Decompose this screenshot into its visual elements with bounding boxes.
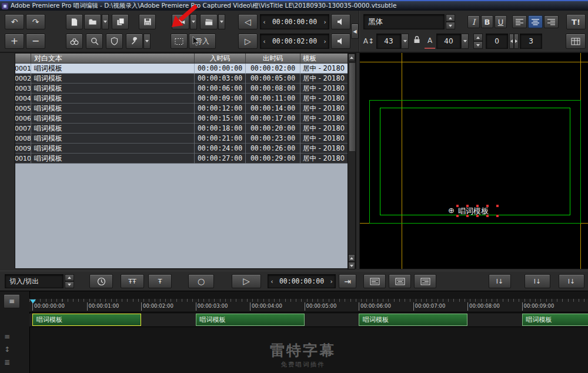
table-header-cell[interactable]: 入时码 bbox=[195, 54, 246, 64]
table-row[interactable]: 0007唱词模板00:00:18:0000:00:20:00居中 - 20180 bbox=[15, 124, 349, 134]
insert-down-button-3[interactable]: I↓ bbox=[559, 274, 584, 288]
table-row[interactable]: 0001唱词模板00:00:00:0000:00:02:00居中 - 20180 bbox=[15, 64, 349, 74]
preview-panel[interactable]: ⊕ 唱词模板 bbox=[360, 53, 588, 269]
export-button[interactable] bbox=[200, 14, 218, 29]
increment-icon[interactable]: › bbox=[321, 38, 329, 45]
lock-toggle[interactable] bbox=[413, 35, 423, 47]
apply-in-button[interactable] bbox=[331, 14, 350, 29]
selection-handle[interactable] bbox=[466, 215, 469, 217]
in-timecode-field[interactable]: ‹ 00:00:00:00 › bbox=[260, 14, 329, 29]
apply-out-button[interactable] bbox=[331, 34, 350, 49]
play-button[interactable]: ▷ bbox=[232, 274, 261, 288]
underline-button[interactable]: U bbox=[495, 15, 507, 28]
text-mode-single-button[interactable]: Ŧ bbox=[148, 274, 172, 288]
second-size-select[interactable]: 40 bbox=[436, 34, 461, 49]
text-mode-double-button[interactable]: ŦŦ bbox=[121, 274, 144, 288]
go-to-out-button[interactable]: ▷ bbox=[238, 34, 258, 49]
edit-mode-spinner[interactable] bbox=[65, 274, 74, 288]
track-height-icon[interactable]: ↕ bbox=[4, 345, 10, 354]
select-region-button[interactable] bbox=[171, 34, 188, 49]
align-center-button[interactable] bbox=[528, 15, 543, 28]
settings-dropdown[interactable] bbox=[143, 34, 151, 49]
font-family-spinner[interactable] bbox=[446, 14, 455, 29]
protect-button[interactable] bbox=[106, 34, 123, 49]
table-scrollbar[interactable] bbox=[348, 54, 355, 269]
timeline-panel[interactable]: ≡ ≡ ↕ ≣ 00:00:00:0000:00:01:0000:00:02:0… bbox=[0, 291, 588, 373]
font-size-dropdown[interactable] bbox=[401, 34, 409, 49]
titlebar[interactable]: Adobe Premiere Pro 唱词编辑 - D:\视频录入\Adobe … bbox=[0, 1, 588, 11]
timeline-clip[interactable]: 唱词模板 bbox=[32, 314, 141, 326]
timeline-track[interactable]: 唱词模板唱词模板唱词模板唱词模板 bbox=[29, 314, 588, 327]
track-grid-icon[interactable]: ≣ bbox=[4, 358, 10, 367]
import-button[interactable]: 导入 bbox=[189, 34, 216, 49]
timeline-ruler[interactable]: 00:00:00:0000:00:01:0000:00:02:0000:00:0… bbox=[29, 299, 588, 312]
go-to-in-button[interactable]: ◁ bbox=[238, 14, 258, 29]
italic-button[interactable]: I bbox=[467, 15, 480, 28]
selection-handle[interactable] bbox=[456, 205, 459, 207]
find-button[interactable] bbox=[66, 34, 83, 49]
timeline-clip[interactable]: 唱词模板 bbox=[359, 314, 467, 326]
list-view-center-button[interactable] bbox=[389, 274, 411, 288]
selection-handle[interactable] bbox=[486, 215, 489, 217]
insert-down-button-2[interactable]: I↓ bbox=[524, 274, 550, 288]
spacing-field[interactable]: 0 bbox=[486, 34, 508, 49]
increment-icon[interactable]: › bbox=[328, 278, 335, 285]
align-right-button[interactable] bbox=[544, 15, 559, 28]
kerning-spinner[interactable] bbox=[509, 34, 519, 49]
font-size-select[interactable]: 43 bbox=[376, 34, 401, 49]
timeline-clip[interactable]: 唱词模板 bbox=[196, 314, 305, 326]
sync-time-button[interactable] bbox=[89, 274, 113, 288]
selection-handle[interactable] bbox=[496, 215, 499, 217]
table-row[interactable]: 0008唱词模板00:00:21:0000:00:23:00居中 - 20180 bbox=[15, 134, 349, 144]
subtitle-overlay[interactable]: ⊕ 唱词模板 bbox=[448, 205, 513, 218]
capture-button[interactable] bbox=[172, 14, 189, 29]
list-view-left-button[interactable] bbox=[363, 274, 386, 288]
align-left-button[interactable] bbox=[512, 15, 527, 28]
open-file-button[interactable] bbox=[84, 14, 101, 29]
search-button[interactable] bbox=[86, 34, 103, 49]
settings-button[interactable] bbox=[126, 34, 143, 49]
table-header-cell[interactable]: 出时码 bbox=[246, 54, 300, 64]
table-header-cell[interactable]: 模板 bbox=[300, 54, 349, 64]
selection-handle[interactable] bbox=[466, 205, 469, 207]
edit-mode-select[interactable]: 切入/切出 bbox=[5, 274, 64, 288]
redo-button[interactable]: ↷ bbox=[26, 14, 45, 29]
scroll-down-button[interactable] bbox=[348, 262, 355, 269]
table-row[interactable]: 0003唱词模板00:00:06:0000:00:08:00居中 - 20180 bbox=[15, 84, 349, 94]
record-button[interactable]: ○ bbox=[188, 274, 214, 288]
timeline-menu-button[interactable]: ≡ bbox=[4, 294, 20, 308]
selection-handle[interactable] bbox=[476, 205, 479, 207]
table-row[interactable]: 0004唱词模板00:00:09:0000:00:11:00居中 - 20180 bbox=[15, 94, 349, 104]
table-row[interactable]: 0010唱词模板00:00:27:0000:00:29:00居中 - 20180 bbox=[15, 154, 349, 164]
table-row[interactable]: 0005唱词模板00:00:12:0000:00:14:00居中 - 20180 bbox=[15, 104, 349, 114]
scroll-up-button2[interactable] bbox=[348, 254, 355, 262]
playhead-marker[interactable] bbox=[30, 299, 36, 304]
out-timecode-field[interactable]: ‹ 00:00:02:00 › bbox=[260, 34, 329, 49]
add-row-button[interactable]: + bbox=[5, 34, 24, 49]
open-file-dropdown[interactable] bbox=[102, 14, 109, 29]
new-file-button[interactable] bbox=[66, 14, 83, 29]
selection-handle[interactable] bbox=[496, 205, 499, 207]
track-tool-icon[interactable]: ≡ bbox=[4, 332, 10, 341]
scrollbar-thumb[interactable] bbox=[349, 62, 356, 152]
selection-handle[interactable] bbox=[486, 205, 489, 207]
export-dropdown[interactable] bbox=[218, 14, 225, 29]
font-family-select[interactable]: 黑体 bbox=[363, 14, 445, 29]
timeline-clip[interactable]: 唱词模板 bbox=[522, 314, 588, 326]
second-size-dropdown[interactable] bbox=[461, 34, 469, 49]
selection-handle[interactable] bbox=[456, 215, 459, 217]
title-style-button[interactable]: T! bbox=[566, 14, 586, 29]
playback-timecode-field[interactable]: ‹ 00:00:00:00 › bbox=[268, 274, 336, 288]
spacing-spinner[interactable] bbox=[473, 34, 483, 49]
layout-grid-button[interactable] bbox=[566, 34, 586, 49]
scroll-up-button[interactable] bbox=[348, 54, 355, 61]
list-view-right-button[interactable] bbox=[414, 274, 436, 288]
decrement-icon[interactable]: ‹ bbox=[260, 38, 268, 45]
increment-icon[interactable]: › bbox=[321, 18, 329, 26]
undo-button[interactable]: ↶ bbox=[5, 14, 24, 29]
line-count-field[interactable]: 3 bbox=[520, 34, 542, 49]
bold-button[interactable]: B bbox=[481, 15, 493, 28]
skip-to-end-button[interactable]: ⇥ bbox=[339, 274, 356, 288]
table-header-cell[interactable]: 对白文本 bbox=[31, 54, 195, 64]
table-header-cell[interactable] bbox=[15, 54, 31, 64]
